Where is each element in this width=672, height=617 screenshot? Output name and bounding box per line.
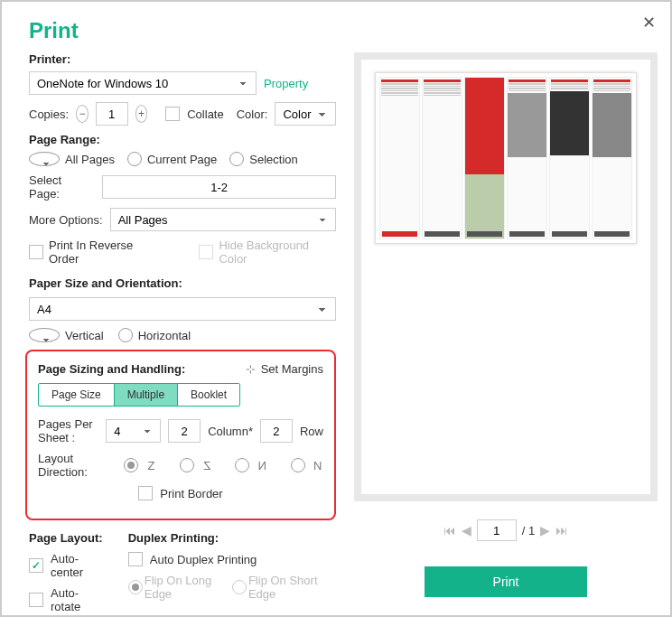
color-label: Color: bbox=[237, 108, 268, 121]
print-dialog: ✕ Print Printer: OneNote for Windows 10 … bbox=[0, 0, 672, 617]
last-page-button[interactable]: ⏭ bbox=[555, 523, 568, 538]
layout-dir-s-icon: Z bbox=[201, 459, 213, 472]
tab-booklet[interactable]: Booklet bbox=[177, 384, 239, 406]
vertical-radio[interactable] bbox=[29, 328, 60, 342]
tab-multiple[interactable]: Multiple bbox=[114, 384, 177, 406]
next-page-button[interactable]: ▶ bbox=[540, 523, 550, 538]
hide-bg-checkbox bbox=[199, 245, 213, 259]
set-margins-link[interactable]: ⊹ Set Margins bbox=[246, 362, 323, 376]
long-edge-radio bbox=[128, 580, 143, 594]
layout-dir-label: Layout Direction: bbox=[38, 452, 117, 479]
range-label: Page Range: bbox=[29, 133, 336, 146]
print-border-checkbox[interactable] bbox=[138, 486, 153, 500]
reverse-order-label: Print In Reverse Order bbox=[49, 238, 162, 266]
preview-sheet bbox=[375, 72, 637, 244]
auto-duplex-checkbox[interactable] bbox=[128, 552, 143, 566]
layout-dir-z-icon: Z bbox=[145, 459, 157, 472]
layout-dir-3-radio[interactable] bbox=[235, 458, 249, 472]
property-link[interactable]: Property bbox=[264, 77, 308, 90]
pps-label: Pages Per Sheet : bbox=[38, 417, 98, 444]
layout-dir-2-radio[interactable] bbox=[180, 458, 194, 472]
prev-page-button[interactable]: ◀ bbox=[462, 523, 471, 538]
print-border-label: Print Border bbox=[160, 487, 222, 500]
print-preview bbox=[354, 52, 658, 501]
copies-input[interactable] bbox=[96, 102, 128, 126]
sizing-label: Page Sizing and Handling: bbox=[38, 362, 185, 376]
auto-center-checkbox[interactable] bbox=[29, 558, 43, 573]
paper-label: Paper Size and Orientation: bbox=[29, 276, 336, 290]
collate-label: Collate bbox=[187, 108, 223, 121]
margins-icon: ⊹ bbox=[246, 362, 256, 376]
sizing-tabs: Page Size Multiple Booklet bbox=[38, 383, 240, 407]
more-options-select[interactable]: All Pages bbox=[110, 208, 336, 231]
dialog-title: Print bbox=[29, 18, 658, 43]
auto-rotate-checkbox[interactable] bbox=[29, 593, 43, 607]
hide-bg-label: Hide Background Color bbox=[219, 238, 336, 266]
copies-label: Copies: bbox=[29, 108, 69, 121]
copies-increase-button[interactable]: + bbox=[135, 105, 148, 123]
pages-per-sheet-select[interactable]: 4 bbox=[106, 419, 161, 443]
select-page-label: Select Page: bbox=[29, 173, 95, 201]
close-icon[interactable]: ✕ bbox=[642, 13, 656, 33]
pager: ⏮ ◀ / 1 ▶ ⏭ bbox=[354, 519, 658, 541]
short-edge-radio bbox=[232, 580, 247, 594]
first-page-button[interactable]: ⏮ bbox=[443, 523, 456, 538]
horizontal-radio[interactable] bbox=[118, 328, 133, 342]
row-input[interactable] bbox=[260, 419, 293, 443]
printer-label: Printer: bbox=[29, 52, 336, 66]
layout-dir-n2-icon: N bbox=[313, 459, 324, 472]
selection-radio[interactable] bbox=[229, 152, 244, 166]
layout-dir-4-radio[interactable] bbox=[291, 458, 305, 472]
row-label: Row bbox=[300, 425, 323, 438]
current-page-radio[interactable] bbox=[127, 152, 142, 166]
more-options-label: More Options: bbox=[29, 213, 103, 227]
all-pages-radio[interactable] bbox=[29, 152, 60, 166]
page-layout-label: Page Layout: bbox=[29, 531, 103, 545]
highlighted-section: Page Sizing and Handling: ⊹ Set Margins … bbox=[25, 350, 336, 520]
layout-dir-n-icon: N bbox=[257, 459, 268, 472]
page-total: / 1 bbox=[522, 524, 535, 538]
copies-decrease-button[interactable]: − bbox=[76, 105, 89, 123]
paper-size-select[interactable]: A4 bbox=[29, 297, 336, 321]
duplex-label: Duplex Printing: bbox=[128, 531, 336, 545]
column-input[interactable] bbox=[168, 419, 201, 443]
print-button[interactable]: Print bbox=[425, 566, 587, 597]
page-input[interactable] bbox=[477, 519, 517, 541]
collate-checkbox[interactable] bbox=[165, 107, 180, 121]
select-page-input[interactable] bbox=[102, 175, 336, 199]
color-select[interactable]: Color bbox=[275, 102, 336, 126]
reverse-order-checkbox[interactable] bbox=[29, 245, 43, 259]
column-label: Column* bbox=[208, 425, 253, 438]
printer-select[interactable]: OneNote for Windows 10 bbox=[29, 71, 257, 95]
layout-dir-1-radio[interactable] bbox=[124, 458, 138, 472]
tab-page-size[interactable]: Page Size bbox=[39, 384, 114, 406]
